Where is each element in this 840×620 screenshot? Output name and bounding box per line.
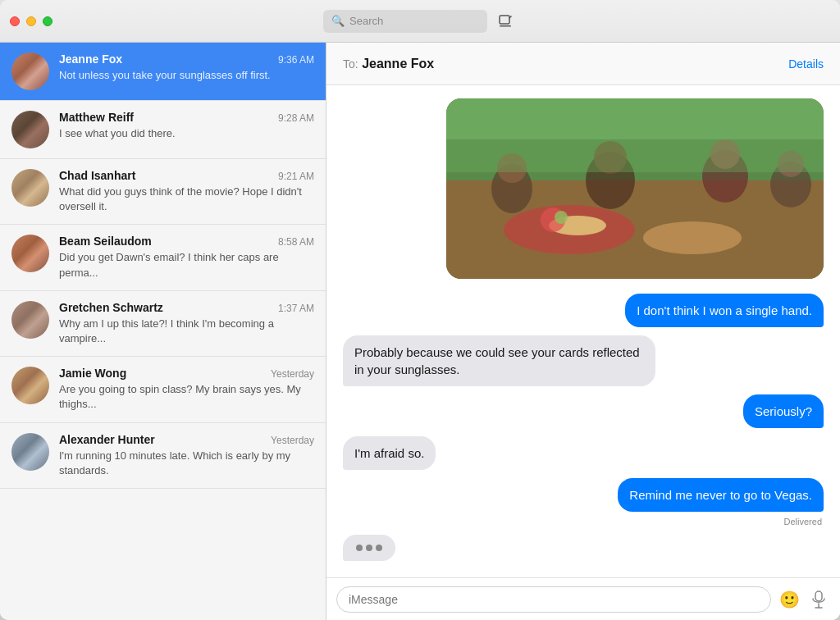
conv-info-matthew-reiff: Matthew Reiff 9:28 AM I see what you did… — [59, 111, 314, 141]
search-icon: 🔍 — [331, 15, 345, 27]
conv-preview-jamie-wong: Are you going to spin class? My brain sa… — [59, 382, 314, 412]
close-button[interactable] — [10, 16, 20, 26]
conversation-item-gretchen-schwartz[interactable]: Gretchen Schwartz 1:37 AM Why am I up th… — [0, 291, 326, 357]
photo-message — [446, 98, 824, 279]
bubble-incoming-3: Probably because we could see your cards… — [343, 335, 655, 386]
message-row-2: I don't think I won a single hand. — [343, 294, 824, 327]
conversation-item-matthew-reiff[interactable]: Matthew Reiff 9:28 AM I see what you did… — [0, 101, 326, 159]
emoji-button[interactable]: 🙂 — [778, 588, 801, 611]
svg-rect-18 — [446, 98, 824, 139]
conv-time-jeanne-fox: 9:36 AM — [278, 54, 314, 66]
search-bar[interactable]: 🔍 Search — [323, 10, 487, 33]
svg-rect-19 — [815, 591, 822, 601]
conversation-item-jeanne-fox[interactable]: Jeanne Fox 9:36 AM Not unless you take y… — [0, 43, 326, 101]
avatar-face-gretchen-schwartz — [11, 301, 49, 339]
minimize-button[interactable] — [26, 16, 36, 26]
conv-time-beam-seilaudom: 8:58 AM — [278, 236, 314, 248]
message-input[interactable] — [336, 586, 771, 613]
details-button[interactable]: Details — [788, 57, 824, 71]
titlebar: 🔍 Search — [0, 0, 840, 43]
bubble-outgoing-6: Remind me never to go to Vegas. — [618, 478, 824, 512]
traffic-lights — [10, 16, 52, 26]
svg-rect-0 — [500, 25, 511, 27]
search-bar-container: 🔍 Search — [323, 10, 517, 33]
typing-dot-3 — [376, 545, 382, 551]
conv-preview-alexander-hunter: I'm running 10 minutes late. Which is ea… — [59, 449, 314, 478]
avatar-face-chad-isanhart — [11, 169, 49, 207]
conversation-item-chad-isanhart[interactable]: Chad Isanhart 9:21 AM What did you guys … — [0, 159, 326, 225]
svg-point-16 — [555, 211, 568, 224]
typing-dot-2 — [366, 545, 372, 551]
bubble-outgoing-2: I don't think I won a single hand. — [625, 294, 824, 327]
conversation-item-alexander-hunter[interactable]: Alexander Hunter Yesterday I'm running 1… — [0, 423, 326, 489]
svg-point-5 — [643, 221, 742, 254]
conv-name-gretchen-schwartz: Gretchen Schwartz — [59, 301, 163, 314]
conv-header-alexander-hunter: Alexander Hunter Yesterday — [59, 433, 314, 446]
conv-header-jamie-wong: Jamie Wong Yesterday — [59, 367, 314, 380]
messages-window: 🔍 Search Jeanne Fox 9:36 AM — [0, 0, 840, 620]
conv-name-matthew-reiff: Matthew Reiff — [59, 111, 134, 124]
chat-area: To: Jeanne Fox Details — [326, 43, 840, 620]
message-text-4: Seriously? — [755, 404, 812, 418]
conv-time-matthew-reiff: 9:28 AM — [278, 112, 314, 124]
typing-dot-1 — [356, 545, 363, 551]
avatar-face-matthew-reiff — [11, 111, 49, 148]
avatar-beam-seilaudom — [11, 235, 49, 272]
conv-time-jamie-wong: Yesterday — [271, 368, 314, 380]
typing-indicator-row — [343, 535, 824, 561]
conv-name-jamie-wong: Jamie Wong — [59, 367, 126, 380]
conv-name-jeanne-fox: Jeanne Fox — [59, 52, 122, 66]
conv-header-matthew-reiff: Matthew Reiff 9:28 AM — [59, 111, 314, 124]
microphone-button[interactable] — [807, 588, 830, 611]
photo-message-row — [343, 98, 824, 285]
avatar-face-jamie-wong — [11, 367, 49, 404]
message-row-6: Remind me never to go to Vegas. — [343, 478, 824, 512]
conversation-item-beam-seilaudom[interactable]: Beam Seilaudom 8:58 AM Did you get Dawn'… — [0, 225, 326, 290]
conv-time-chad-isanhart: 9:21 AM — [278, 171, 314, 182]
avatar-alexander-hunter — [11, 433, 49, 471]
bubble-incoming-5: I'm afraid so. — [343, 436, 436, 470]
conv-header-gretchen-schwartz: Gretchen Schwartz 1:37 AM — [59, 301, 314, 314]
avatar-gretchen-schwartz — [11, 301, 49, 339]
conv-time-alexander-hunter: Yesterday — [271, 435, 314, 446]
avatar-chad-isanhart — [11, 169, 49, 207]
conv-preview-chad-isanhart: What did you guys think of the movie? Ho… — [59, 185, 314, 214]
recipient-info: To: Jeanne Fox — [343, 57, 434, 71]
conv-preview-matthew-reiff: I see what you did there. — [59, 126, 314, 141]
conv-info-jeanne-fox: Jeanne Fox 9:36 AM Not unless you take y… — [59, 52, 314, 83]
avatar-jamie-wong — [11, 367, 49, 404]
conv-info-chad-isanhart: Chad Isanhart 9:21 AM What did you guys … — [59, 169, 314, 214]
avatar-face-jeanne-fox — [11, 52, 49, 90]
search-placeholder: Search — [349, 15, 383, 27]
conv-preview-beam-seilaudom: Did you get Dawn's email? I think her ca… — [59, 250, 314, 280]
maximize-button[interactable] — [43, 16, 52, 26]
photo-image — [446, 98, 824, 279]
message-row-5: I'm afraid so. — [343, 436, 824, 470]
chat-input-area: 🙂 — [326, 577, 840, 620]
conv-info-alexander-hunter: Alexander Hunter Yesterday I'm running 1… — [59, 433, 314, 478]
conv-header-jeanne-fox: Jeanne Fox 9:36 AM — [59, 52, 314, 66]
message-text-5: I'm afraid so. — [354, 446, 424, 460]
conv-info-beam-seilaudom: Beam Seilaudom 8:58 AM Did you get Dawn'… — [59, 235, 314, 280]
bubble-outgoing-4: Seriously? — [743, 394, 824, 428]
to-label: To: — [343, 57, 358, 71]
message-row-4: Seriously? — [343, 394, 824, 428]
compose-button[interactable] — [494, 10, 517, 33]
conversation-item-jamie-wong[interactable]: Jamie Wong Yesterday Are you going to sp… — [0, 357, 326, 422]
avatar-face-beam-seilaudom — [11, 235, 49, 272]
conv-name-beam-seilaudom: Beam Seilaudom — [59, 235, 152, 248]
message-text-2: I don't think I won a single hand. — [637, 303, 812, 317]
main-content: Jeanne Fox 9:36 AM Not unless you take y… — [0, 43, 840, 620]
svg-rect-1 — [500, 16, 509, 24]
conv-name-alexander-hunter: Alexander Hunter — [59, 433, 155, 446]
conv-preview-gretchen-schwartz: Why am I up this late?! I think I'm beco… — [59, 317, 314, 346]
message-row-3: Probably because we could see your cards… — [343, 335, 824, 386]
conv-header-beam-seilaudom: Beam Seilaudom 8:58 AM — [59, 235, 314, 248]
avatar-matthew-reiff — [11, 111, 49, 148]
recipient-name: Jeanne Fox — [362, 57, 434, 71]
message-text-6: Remind me never to go to Vegas. — [629, 488, 812, 502]
avatar-jeanne-fox — [11, 52, 49, 90]
conv-name-chad-isanhart: Chad Isanhart — [59, 169, 135, 182]
typing-indicator — [343, 535, 395, 561]
chat-header: To: Jeanne Fox Details — [326, 43, 840, 85]
